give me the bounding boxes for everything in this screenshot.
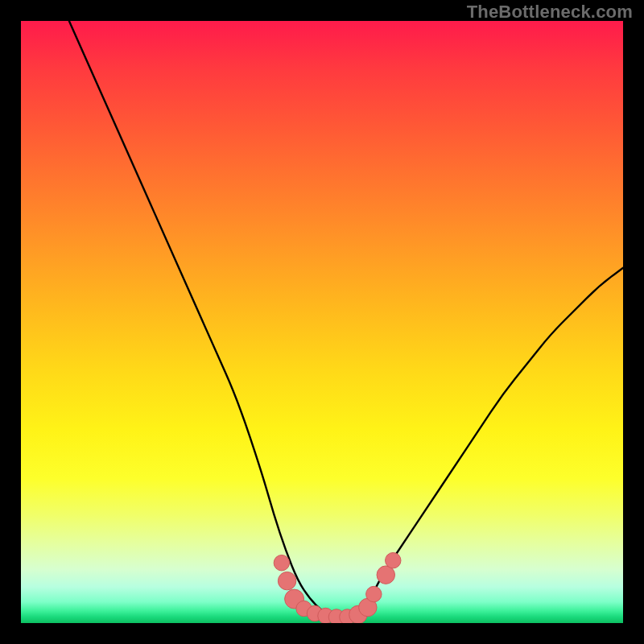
bottleneck-curve xyxy=(69,21,623,617)
marker-dot xyxy=(386,552,401,568)
marker-dot xyxy=(274,555,289,570)
marker-dot xyxy=(366,586,382,601)
plot-area xyxy=(21,21,623,623)
marker-group xyxy=(274,552,401,623)
watermark-text: TheBottleneck.com xyxy=(467,2,633,23)
chart-frame: TheBottleneck.com xyxy=(0,0,644,644)
curve-layer xyxy=(21,21,623,623)
marker-dot xyxy=(278,572,295,589)
